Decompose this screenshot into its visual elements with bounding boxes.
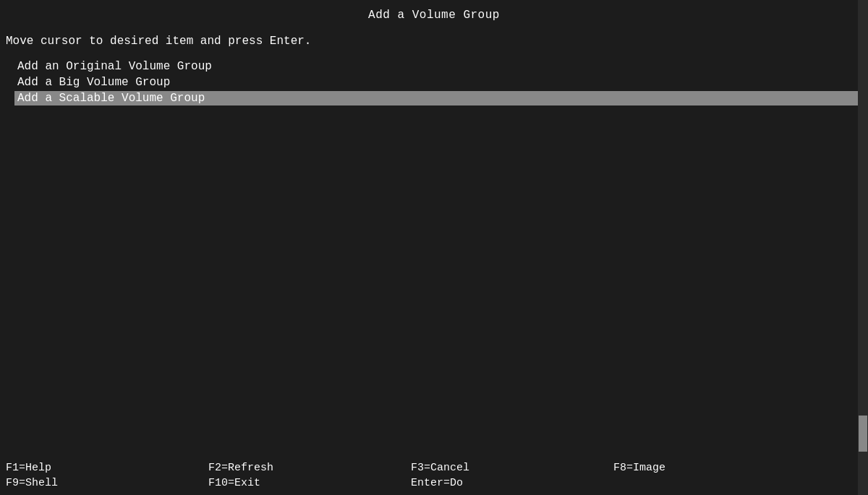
footer: F1=HelpF2=RefreshF3=CancelF8=ImageF9=She… bbox=[0, 456, 868, 495]
instruction-text: Move cursor to desired item and press En… bbox=[0, 27, 868, 59]
screen: Add a Volume Group Move cursor to desire… bbox=[0, 0, 868, 495]
page-title: Add a Volume Group bbox=[0, 0, 868, 27]
footer-row-0: F1=HelpF2=RefreshF3=CancelF8=Image bbox=[0, 462, 868, 474]
menu-item-0[interactable]: Add an Original Volume Group bbox=[14, 59, 868, 74]
menu-item-2[interactable]: Add a Scalable Volume Group bbox=[14, 91, 868, 106]
scrollbar[interactable] bbox=[858, 0, 868, 495]
scrollbar-thumb[interactable] bbox=[859, 416, 867, 452]
footer-key-0-2[interactable]: F3=Cancel bbox=[405, 462, 608, 474]
footer-key-1-1[interactable]: F10=Exit bbox=[203, 477, 405, 489]
footer-row-1: F9=ShellF10=ExitEnter=Do bbox=[0, 477, 868, 489]
menu-list: Add an Original Volume GroupAdd a Big Vo… bbox=[0, 59, 868, 106]
footer-key-1-0[interactable]: F9=Shell bbox=[0, 477, 203, 489]
footer-key-1-2[interactable]: Enter=Do bbox=[405, 477, 608, 489]
footer-key-1-3[interactable] bbox=[608, 477, 810, 489]
footer-key-0-0[interactable]: F1=Help bbox=[0, 462, 203, 474]
menu-item-1[interactable]: Add a Big Volume Group bbox=[14, 75, 868, 90]
footer-key-0-1[interactable]: F2=Refresh bbox=[203, 462, 405, 474]
footer-key-0-3[interactable]: F8=Image bbox=[608, 462, 810, 474]
